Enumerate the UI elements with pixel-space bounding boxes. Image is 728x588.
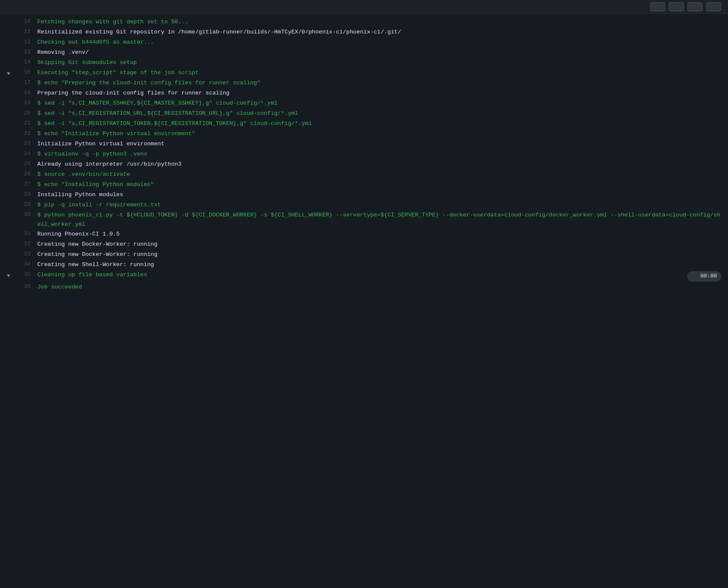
timestamp-badge: 00:00 [687,271,721,282]
log-line: 27$ echo "Installing Python modules" [0,180,728,190]
line-number: 29 [17,200,37,209]
svg-marker-1 [7,275,10,277]
line-number: 27 [17,180,37,189]
line-number: 16 [17,68,37,77]
line-number: 25 [17,160,37,169]
log-line: 16Executing "step_script" stage of the j… [0,68,728,78]
log-line: 26$ source .venv/bin/activate [0,169,728,180]
line-number: 31 [17,230,37,239]
log-line: 10Fetching changes with git depth set to… [0,17,728,27]
log-line: 17$ echo "Preparing the cloud-init confi… [0,78,728,88]
chevron-icon[interactable] [6,273,11,278]
log-container: 10Fetching changes with git depth set to… [0,14,728,296]
top-bar-btn-1[interactable] [650,2,665,11]
line-number: 33 [17,250,37,259]
log-line: 31Running Phoenix-CI 1.0.5 [0,229,728,239]
line-number: 22 [17,129,37,138]
chevron-cell [0,240,17,241]
log-line: 11Reinitialized existing Git repository … [0,27,728,37]
line-number: 21 [17,119,37,128]
line-content: $ echo "Initialize Python virtual enviro… [37,129,728,139]
chevron-cell [0,150,17,151]
line-number: 26 [17,170,37,179]
log-line: 29$ pip -q install -r requirements.txt [0,200,728,210]
line-content: Job succeeded [37,283,728,292]
chevron-cell [0,38,17,39]
top-bar [0,0,728,14]
log-line: 22$ echo "Initialize Python virtual envi… [0,129,728,139]
line-content: Checking out b444d0f5 as master... [37,38,728,47]
line-number: 11 [17,28,37,36]
log-line: 12Checking out b444d0f5 as master... [0,37,728,47]
line-content: $ virtualenv -q -p python3 .venv [37,150,728,159]
chevron-cell [0,160,17,161]
log-line: 35Cleaning up file based variables00:00 [0,270,728,282]
chevron-icon[interactable] [6,71,11,76]
log-line: 20$ sed -i "s,CI_REGISTRATION_URL,${CI_R… [0,108,728,119]
line-number: 13 [17,48,37,57]
chevron-cell [0,260,17,261]
line-content: $ source .venv/bin/activate [37,170,728,179]
svg-marker-0 [7,72,10,75]
top-bar-btn-3[interactable] [687,2,703,11]
log-line: 23Initialize Python virtual environment [0,139,728,149]
chevron-cell [0,250,17,251]
terminal-container: 10Fetching changes with git depth set to… [0,0,728,588]
log-line: 32Creating new Docker-Worker: running [0,239,728,250]
chevron-cell [0,48,17,49]
log-line: 19$ sed -i "s,CI_MASTER_SSHKEY,${CI_MAST… [0,98,728,108]
line-number: 28 [17,190,37,199]
log-line: 13Removing .venv/ [0,47,728,58]
chevron-cell [0,230,17,231]
line-number: 12 [17,38,37,47]
chevron-cell [0,200,17,202]
line-content: Reinitialized existing Git repository in… [37,28,728,37]
line-content: Initialize Python virtual environment [37,139,728,149]
line-content: $ echo "Preparing the cloud-init config … [37,78,728,88]
line-content: $ python phoenix_ci.py -t ${HCLOUD_TOKEN… [37,211,728,229]
chevron-cell [0,28,17,29]
line-number: 32 [17,240,37,249]
line-content: Creating new Shell-Worker: running [37,260,728,269]
line-content: Creating new Docker-Worker: running [37,240,728,249]
log-line: 36Job succeeded [0,282,728,292]
top-bar-btn-4[interactable] [706,2,721,11]
line-number: 18 [17,89,37,97]
line-content: Cleaning up file based variables [37,270,687,280]
chevron-cell [0,119,17,120]
top-bar-btn-2[interactable] [669,2,684,11]
chevron-cell [0,170,17,171]
log-line: 28Installing Python modules [0,190,728,200]
chevron-cell [0,99,17,100]
chevron-cell [0,89,17,90]
line-content: Already using interpreter /usr/bin/pytho… [37,160,728,169]
line-content: Executing "step_script" stage of the job… [37,68,728,78]
line-number: 23 [17,139,37,148]
line-number: 34 [17,260,37,269]
log-line: 34Creating new Shell-Worker: running [0,260,728,270]
line-content: $ pip -q install -r requirements.txt [37,200,728,210]
log-line: 21$ sed -i "s,CI_REGISTRATION_TOKEN,${CI… [0,119,728,129]
chevron-cell [0,190,17,191]
chevron-cell [0,58,17,59]
log-line: 33Creating new Docker-Worker: running [0,250,728,260]
line-content: Running Phoenix-CI 1.0.5 [37,230,728,239]
chevron-cell [0,211,17,212]
line-number: 20 [17,109,37,118]
line-number: 19 [17,99,37,108]
chevron-cell[interactable] [0,270,17,278]
line-content: $ sed -i "s,CI_REGISTRATION_TOKEN,${CI_R… [37,119,728,128]
line-content: $ sed -i "s,CI_MASTER_SSHKEY,${CI_MASTER… [37,99,728,108]
chevron-cell [0,283,17,284]
log-line: 14Skipping Git submodules setup [0,58,728,68]
line-number: 30 [17,211,37,219]
log-line: 30$ python phoenix_ci.py -t ${HCLOUD_TOK… [0,210,728,229]
line-content: $ sed -i "s,CI_REGISTRATION_URL,${CI_REG… [37,109,728,118]
log-line: 25Already using interpreter /usr/bin/pyt… [0,159,728,169]
log-line: 24$ virtualenv -q -p python3 .venv [0,149,728,159]
line-content: Skipping Git submodules setup [37,58,728,67]
chevron-cell [0,129,17,130]
line-number: 35 [17,270,37,279]
chevron-cell[interactable] [0,68,17,76]
line-content: Removing .venv/ [37,48,728,57]
